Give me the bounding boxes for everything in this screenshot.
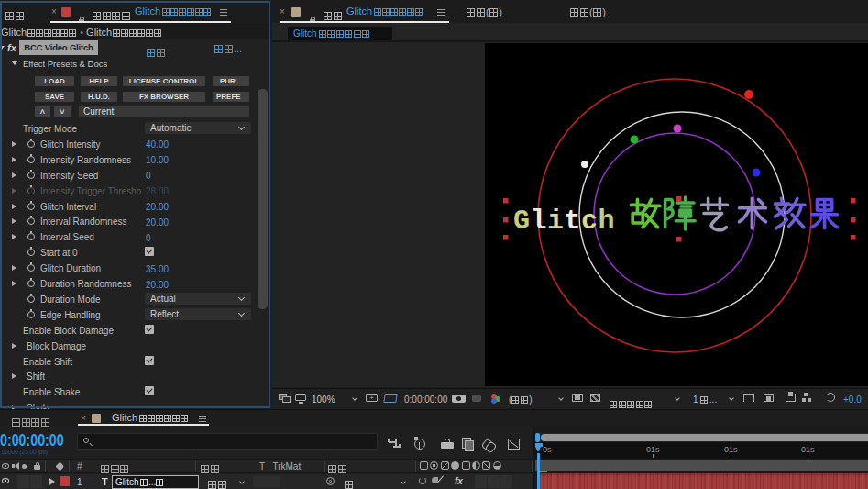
svg-text:Glitch: Glitch (513, 206, 615, 237)
